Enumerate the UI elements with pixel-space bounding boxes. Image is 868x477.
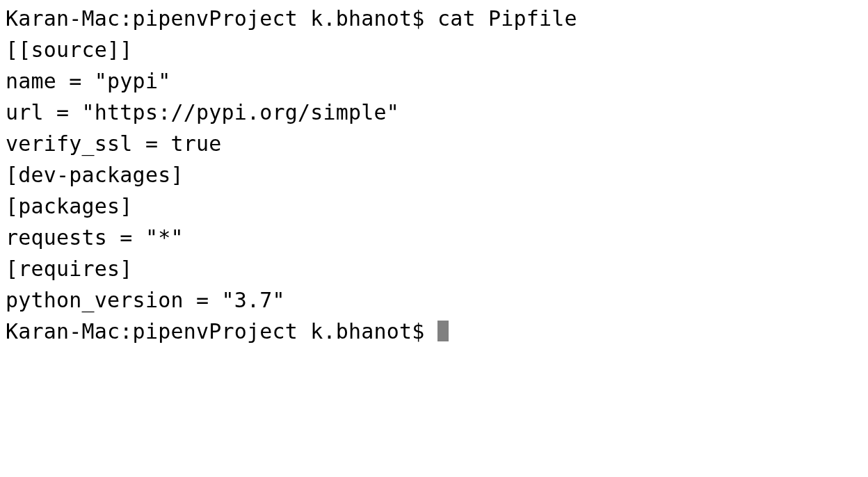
terminal-line: requests = "*": [6, 222, 862, 253]
terminal-line: name = "pypi": [6, 65, 862, 97]
terminal-line: Karan-Mac:pipenvProject k.bhanot$ cat Pi…: [6, 3, 862, 34]
shell-prompt: Karan-Mac:pipenvProject k.bhanot$: [6, 6, 437, 31]
cursor-icon: [437, 321, 449, 341]
terminal-line: [packages]: [6, 191, 862, 222]
terminal-line: Karan-Mac:pipenvProject k.bhanot$: [6, 316, 862, 347]
terminal-line: verify_ssl = true: [6, 128, 862, 159]
terminal-line: python_version = "3.7": [6, 284, 862, 316]
terminal-line: [dev-packages]: [6, 159, 862, 191]
terminal-line: [requires]: [6, 253, 862, 284]
terminal-line: url = "https://pypi.org/simple": [6, 97, 862, 128]
terminal-line: [[source]]: [6, 34, 862, 65]
shell-command: cat Pipfile: [437, 6, 577, 31]
terminal-output[interactable]: Karan-Mac:pipenvProject k.bhanot$ cat Pi…: [0, 0, 868, 353]
shell-prompt: Karan-Mac:pipenvProject k.bhanot$: [6, 319, 437, 343]
